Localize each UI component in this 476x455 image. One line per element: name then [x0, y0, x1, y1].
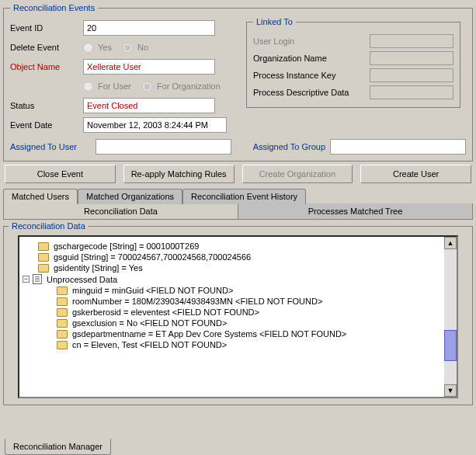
- recon-data-panel: Reconciliation Data gschargecode [String…: [3, 221, 473, 405]
- delete-yes-label: Yes: [98, 43, 112, 52]
- delete-no-radio: [123, 43, 133, 53]
- folder-icon: [57, 341, 68, 349]
- for-org-radio: [142, 82, 152, 92]
- proc-desc-field: [370, 85, 453, 99]
- proc-inst-label: Process Instance Key: [253, 71, 370, 80]
- linked-to-legend: Linked To: [253, 17, 296, 26]
- object-name-input[interactable]: [83, 59, 215, 75]
- tree-item[interactable]: cn = Eleven, Test <FIELD NOT FOUND>: [57, 340, 453, 349]
- assigned-group-label: Assigned To Group: [253, 142, 325, 151]
- tree-item[interactable]: gsdepartmentname = ET App Dev Core Syste…: [57, 329, 453, 339]
- user-login-label: User Login: [253, 36, 370, 46]
- tab-matched-orgs[interactable]: Matched Organizations: [78, 189, 182, 204]
- tab-recon-history[interactable]: Reconciliation Event History: [182, 189, 306, 204]
- status-input[interactable]: [83, 98, 215, 113]
- scroll-down-icon[interactable]: ▼: [444, 384, 457, 397]
- folder-icon: [38, 242, 49, 251]
- tab-matched-users[interactable]: Matched Users: [3, 189, 78, 204]
- assigned-user-input[interactable]: [96, 139, 231, 155]
- tree-item[interactable]: gsidentity [String] = Yes: [38, 263, 453, 273]
- org-name-label: Organization Name: [253, 54, 370, 63]
- assigned-user-label: Assigned To User: [10, 142, 91, 151]
- folder-icon: [38, 253, 49, 262]
- tree-node-unprocessed[interactable]: − Unprocessed Data: [23, 274, 453, 284]
- folder-icon: [38, 264, 49, 273]
- create-user-button[interactable]: Create User: [360, 165, 471, 183]
- scrollbar[interactable]: ▲ ▼: [444, 237, 457, 397]
- proc-desc-label: Process Descriptive Data: [253, 88, 370, 97]
- org-name-field: [370, 51, 453, 65]
- folder-icon: [57, 330, 68, 339]
- for-org-label: For Organization: [157, 82, 221, 91]
- delete-no-label: No: [137, 43, 148, 52]
- folder-icon: [57, 308, 68, 317]
- folder-icon: [57, 287, 68, 295]
- tree-item[interactable]: gskerberosid = eleventest <FIELD NOT FOU…: [57, 307, 453, 317]
- subtab-recon-data[interactable]: Reconciliation Data: [3, 203, 238, 220]
- folder-icon: [57, 297, 68, 306]
- event-date-input[interactable]: [83, 117, 227, 133]
- tree-item[interactable]: gschargecode [String] = 0001000T269: [38, 241, 453, 251]
- proc-inst-field: [370, 68, 453, 82]
- event-date-label: Event Date: [10, 120, 83, 130]
- subtab-proc-tree[interactable]: Processes Matched Tree: [238, 203, 473, 220]
- scroll-thumb[interactable]: [444, 330, 457, 361]
- object-name-label: Object Name: [10, 62, 83, 71]
- collapse-icon[interactable]: −: [23, 276, 30, 283]
- tree-item[interactable]: roomNumber = 180M/239034/4938493MN <FIEL…: [57, 297, 453, 306]
- delete-event-label: Delete Event: [10, 43, 83, 52]
- create-org-button: Create Organization: [242, 165, 353, 183]
- tree-item[interactable]: minguid = minGuid <FIELD NOT FOUND>: [57, 286, 453, 295]
- recon-data-legend: Reconciliation Data: [9, 221, 89, 231]
- event-id-input[interactable]: [83, 20, 215, 36]
- close-event-button[interactable]: Close Event: [5, 165, 116, 183]
- tree-item[interactable]: gsguid [String] = 700024567,700024568,70…: [38, 252, 453, 262]
- event-id-label: Event ID: [10, 23, 83, 33]
- for-user-label: For User: [98, 82, 131, 91]
- tree-item[interactable]: gsexclusion = No <FIELD NOT FOUND>: [57, 318, 453, 328]
- tree-view[interactable]: gschargecode [String] = 0001000T269 gsgu…: [18, 235, 458, 398]
- status-label: Status: [10, 101, 83, 110]
- delete-yes-radio: [83, 43, 93, 53]
- reapply-rules-button[interactable]: Re-apply Matching Rules: [123, 165, 235, 183]
- folder-icon: [57, 319, 68, 328]
- reconciliation-events-legend: Reconciliation Events: [10, 3, 98, 12]
- assigned-group-input[interactable]: [330, 139, 466, 155]
- linked-to-panel: Linked To User Login Organization Name P…: [246, 17, 460, 108]
- user-login-field: [370, 34, 453, 48]
- bottom-tab-recon-manager[interactable]: Reconciliation Manager: [5, 439, 111, 455]
- reconciliation-events-panel: Reconciliation Events Event ID Delete Ev…: [3, 3, 473, 162]
- scroll-up-icon[interactable]: ▲: [444, 237, 457, 249]
- page-icon: [33, 274, 42, 284]
- for-user-radio: [83, 82, 93, 92]
